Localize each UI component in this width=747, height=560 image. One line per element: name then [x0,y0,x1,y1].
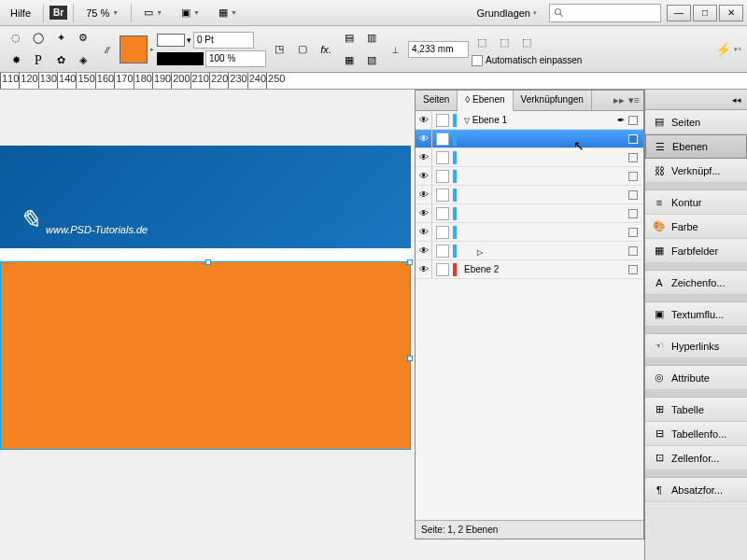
layer-row[interactable]: 👁 ▷ [416,242,643,260]
size-input[interactable] [408,41,469,58]
fit-3-icon[interactable]: ⬚ [516,33,537,53]
dock-expand-icon[interactable]: ◂◂ [732,95,741,105]
dock-item-hyperlinks[interactable]: ☜Hyperlinks [645,334,747,358]
effects-icon[interactable]: fx. [316,39,336,60]
select-indicator[interactable] [628,228,638,237]
lock-box[interactable] [436,133,449,146]
layer-row[interactable]: 👁 ▽ Ebene 1 ✒ [416,111,643,130]
wrap-3-icon[interactable]: ▦ [339,50,359,71]
layer-row[interactable]: 👁 [416,148,643,167]
dock-item-attribute[interactable]: ◎Attribute [645,366,747,390]
visibility-icon[interactable]: 👁 [416,260,432,278]
wrap-4-icon[interactable]: ▧ [361,50,382,71]
autofit-checkbox[interactable] [472,55,483,66]
lock-box[interactable] [436,245,449,258]
dock-item-tabelle[interactable]: ⊞Tabelle [645,398,747,422]
selected-rectangle[interactable] [0,261,411,450]
flash-icon[interactable]: ⚡ [715,42,731,57]
dock-item-farbe[interactable]: 🎨Farbe [645,215,747,239]
layer-row[interactable]: 👁 [416,223,643,242]
lock-box[interactable] [436,263,449,276]
stroke-swatch[interactable] [157,34,185,47]
tabelle-icon: ⊞ [653,403,666,416]
select-indicator[interactable] [628,209,638,218]
dock-item-verknüpf[interactable]: ⛓Verknüpf... [645,159,747,183]
visibility-icon[interactable]: 👁 [416,204,432,222]
panel-menu-icon[interactable]: ▾≡ [628,94,640,106]
dock-item-farbfelder[interactable]: ▦Farbfelder [645,239,747,263]
lock-box[interactable] [436,226,449,239]
arrange-icon[interactable]: ▦▼ [212,3,244,22]
stroke-weight-input[interactable] [193,32,254,49]
dock-item-zellenfor[interactable]: ⊡Zellenfor... [645,446,747,470]
visibility-icon[interactable]: 👁 [416,130,432,147]
select-indicator[interactable] [628,265,638,274]
lock-box[interactable] [436,189,449,202]
visibility-icon[interactable]: 👁 [416,242,432,259]
workspace-selector[interactable]: Grundlagen ▾ [471,4,544,22]
minimize-button[interactable]: — [667,5,691,21]
lock-box[interactable] [436,114,449,127]
dock-item-tabellenfo[interactable]: ⊟Tabellenfo... [645,422,747,446]
toolbar-menu-icon[interactable]: ▾≡ [734,46,741,53]
layers-panel: Seiten◊ EbenenVerknüpfungen▸▸▾≡ 👁 ▽ Eben… [415,90,644,539]
tool-1-icon[interactable]: ◌ [6,28,26,49]
layer-row[interactable]: 👁 Ebene 2 [416,260,643,279]
tool-5-icon[interactable]: ✸ [6,50,26,71]
dock-item-textumflu[interactable]: ▣Textumflu... [645,302,747,327]
dock-item-absatzfor[interactable]: ¶Absatzfor... [645,478,747,502]
opacity-input[interactable] [205,50,266,67]
panel-tab-ebenen[interactable]: ◊ Ebenen [458,91,513,111]
layer-row[interactable]: 👁 [416,167,643,186]
view-options-icon[interactable]: ▭▼ [137,3,169,22]
tool-2-icon[interactable]: ◯ [28,28,49,49]
lock-box[interactable] [436,170,449,183]
fit-1-icon[interactable]: ⬚ [472,33,492,53]
layer-row[interactable]: 👁 [416,130,643,148]
dock-item-zeichenfo[interactable]: AZeichenfo... [645,271,747,295]
select-indicator[interactable] [628,134,638,144]
visibility-icon[interactable]: 👁 [416,223,432,241]
layer-row[interactable]: 👁 [416,204,643,223]
help-menu[interactable]: Hilfe [4,4,37,22]
tool-4-icon[interactable]: ⚙ [73,28,93,49]
url-text: www.PSD-Tutorials.de [46,224,148,235]
zoom-level[interactable]: 75 %▼ [79,4,125,22]
select-indicator[interactable] [628,153,638,162]
lock-box[interactable] [436,151,449,164]
panel-tab-seiten[interactable]: Seiten [416,91,458,110]
layer-row[interactable]: 👁 [416,186,643,204]
close-button[interactable]: ✕ [719,5,743,21]
tool-sep-icon[interactable]: ⫽ [96,39,117,60]
tool-7-icon[interactable]: ✿ [50,50,71,71]
fill-swatch[interactable] [120,35,148,63]
visibility-icon[interactable]: 👁 [416,148,432,166]
crop-icon[interactable]: ⟂ [385,39,405,60]
wrap-2-icon[interactable]: ▥ [361,28,382,49]
visibility-icon[interactable]: 👁 [416,186,432,203]
select-indicator[interactable] [628,172,638,181]
visibility-icon[interactable]: 👁 [416,111,432,129]
wrap-1-icon[interactable]: ▤ [339,28,359,49]
screen-mode-icon[interactable]: ▣▼ [175,3,206,22]
type-tool-icon[interactable]: P [28,50,49,71]
panel-tab-verknüpfungen[interactable]: Verknüpfungen [514,91,592,110]
select-indicator[interactable] [628,116,638,125]
dock-item-kontur[interactable]: ≡Kontur [645,190,747,215]
dock-item-ebenen[interactable]: ☰Ebenen [645,134,747,159]
dock-item-seiten[interactable]: ▤Seiten [645,110,747,134]
maximize-button[interactable]: □ [693,5,717,21]
bridge-button[interactable]: Br [49,6,67,20]
select-indicator[interactable] [628,246,638,256]
visibility-icon[interactable]: 👁 [416,167,432,185]
svg-point-0 [556,8,561,14]
search-input[interactable] [549,4,661,22]
frame-icon[interactable]: ▢ [292,39,313,60]
corner-icon[interactable]: ◳ [269,39,289,60]
fit-2-icon[interactable]: ⬚ [494,33,514,53]
tool-3-icon[interactable]: ✦ [50,28,71,49]
panel-collapse-icon[interactable]: ▸▸ [613,94,625,106]
select-indicator[interactable] [628,190,638,200]
lock-box[interactable] [436,207,449,220]
tool-8-icon[interactable]: ◈ [73,50,93,71]
